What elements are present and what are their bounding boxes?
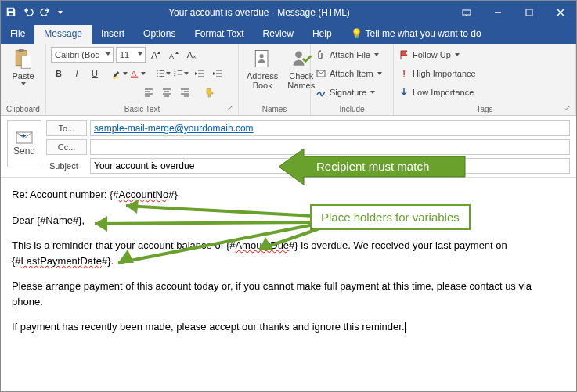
tab-options[interactable]: Options — [134, 25, 185, 44]
tab-help[interactable]: Help — [303, 25, 341, 44]
attach-file-button[interactable]: Attach File — [316, 46, 379, 63]
svg-point-41 — [295, 51, 302, 58]
svg-rect-8 — [113, 77, 118, 79]
tab-format-text[interactable]: Format Text — [185, 25, 253, 44]
close-icon[interactable] — [545, 1, 576, 24]
tab-review[interactable]: Review — [254, 25, 303, 44]
highlight-icon[interactable] — [112, 66, 128, 81]
tab-message[interactable]: Message — [34, 25, 92, 44]
signature-button[interactable]: Signature — [316, 84, 375, 101]
follow-up-button[interactable]: Follow Up — [398, 46, 460, 63]
tab-insert[interactable]: Insert — [92, 25, 134, 44]
svg-text:Recipient must match: Recipient must match — [316, 160, 429, 173]
title-bar: Your account is overdue - Message (HTML) — [1, 1, 576, 24]
italic-icon[interactable]: I — [69, 66, 85, 81]
low-importance-button[interactable]: Low Importance — [398, 84, 474, 101]
to-button[interactable]: To... — [46, 120, 87, 136]
paste-button[interactable]: Paste — [9, 46, 37, 87]
arrow-to-lastpaymentdate — [95, 220, 330, 275]
address-book-button[interactable]: Address Book — [243, 46, 281, 92]
svg-point-15 — [157, 76, 158, 77]
subject-label: Subject — [46, 158, 87, 174]
maximize-icon[interactable] — [514, 1, 545, 24]
to-field[interactable]: sample-mail-merge@yourdomain.com — [90, 120, 570, 136]
tell-me-search[interactable]: 💡Tell me what you want to do — [341, 25, 491, 44]
clear-format-icon[interactable]: Aₓ — [184, 47, 200, 63]
svg-rect-39 — [255, 51, 268, 67]
outlook-compose-window: Your account is overdue - Message (HTML)… — [0, 0, 577, 392]
svg-line-52 — [118, 224, 318, 263]
group-names: Names — [243, 103, 305, 113]
bold-icon[interactable]: B — [51, 66, 67, 81]
callout-placeholders: Place holders for variables — [310, 204, 471, 230]
svg-text:A: A — [151, 50, 157, 60]
numbering-icon[interactable]: 12 — [173, 66, 189, 81]
grow-font-icon[interactable]: A — [148, 47, 164, 63]
svg-rect-10 — [131, 77, 138, 78]
high-importance-button[interactable]: !High Importance — [398, 65, 476, 82]
svg-text:A: A — [132, 70, 137, 77]
ribbon-tabs: File Message Insert Options Format Text … — [1, 24, 576, 44]
align-center-icon[interactable] — [159, 85, 175, 100]
svg-rect-4 — [19, 49, 24, 52]
svg-text:A: A — [169, 52, 174, 60]
undo-icon[interactable] — [23, 6, 34, 20]
group-clipboard: Clipboard⤢ — [5, 103, 41, 113]
body-line-5: If payment has recently been made, pleas… — [12, 319, 565, 335]
group-tags: Tags⤢ — [398, 103, 571, 113]
ribbon-options-icon[interactable] — [451, 1, 482, 24]
text-cursor — [405, 322, 406, 333]
font-size-selector[interactable]: 11 — [116, 47, 146, 63]
redo-icon[interactable] — [40, 6, 51, 20]
format-painter-icon[interactable] — [202, 85, 218, 100]
send-button[interactable]: Send — [7, 120, 41, 167]
svg-rect-5 — [22, 56, 31, 69]
svg-text:!: ! — [402, 68, 406, 79]
align-right-icon[interactable] — [177, 85, 193, 100]
font-color-icon[interactable]: A — [130, 66, 146, 81]
svg-point-11 — [157, 70, 158, 71]
svg-marker-53 — [118, 250, 134, 263]
ribbon: Paste Clipboard⤢ Calibri (Boc 11 A A Aₓ … — [1, 44, 576, 116]
group-basic-text: Basic Text⤢ — [51, 103, 233, 113]
tab-file[interactable]: File — [1, 25, 34, 44]
callout-recipient-match: Recipient must match — [279, 147, 467, 186]
minimize-icon[interactable] — [482, 1, 514, 24]
shrink-font-icon[interactable]: A — [166, 47, 182, 63]
bullets-icon[interactable] — [155, 66, 171, 81]
svg-rect-0 — [463, 10, 471, 15]
group-include: Include — [316, 103, 388, 113]
font-selector[interactable]: Calibri (Boc — [51, 47, 114, 63]
outdent-icon[interactable] — [191, 66, 207, 81]
svg-point-40 — [260, 54, 264, 58]
save-icon[interactable] — [5, 6, 16, 20]
indent-icon[interactable] — [209, 66, 225, 81]
cc-button[interactable]: Cc... — [46, 139, 87, 155]
qat-more-icon[interactable] — [58, 11, 63, 14]
body-line-4: Please arrange payment of this account t… — [12, 279, 565, 309]
svg-point-13 — [157, 73, 158, 74]
attach-item-button[interactable]: Attach Item — [316, 65, 382, 82]
window-title: Your account is overdue - Message (HTML) — [67, 7, 451, 18]
svg-rect-2 — [526, 9, 532, 16]
align-left-icon[interactable] — [141, 85, 157, 100]
svg-text:2: 2 — [174, 73, 176, 77]
underline-icon[interactable]: U — [87, 66, 103, 81]
